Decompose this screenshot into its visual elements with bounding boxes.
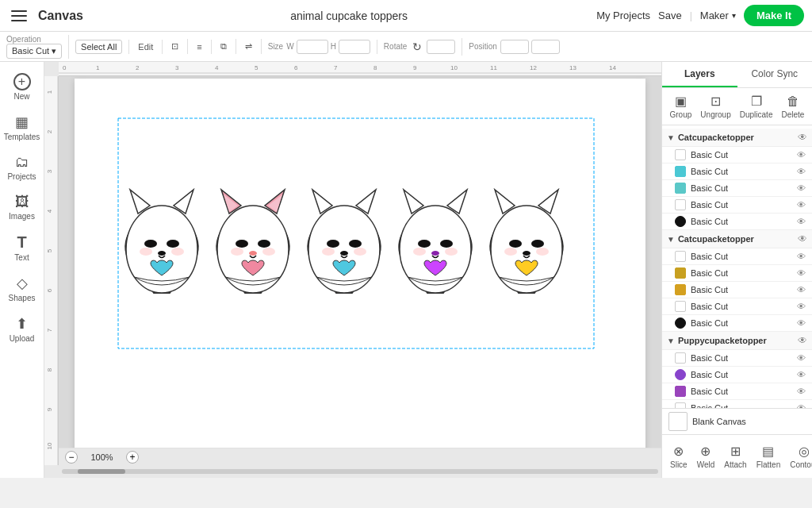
svg-text:8: 8 — [373, 64, 377, 71]
zoom-out-button[interactable]: − — [65, 451, 78, 464]
layer-item[interactable]: Basic Cut 👁 — [662, 383, 812, 400]
layer-color-swatch — [675, 149, 686, 160]
contour-button[interactable]: ◎ Contour — [785, 441, 812, 471]
ungroup-button[interactable]: ⊡ Ungroup — [698, 91, 733, 121]
horizontal-scrollbar[interactable] — [59, 465, 661, 478]
layer-eye-icon[interactable]: 👁 — [797, 183, 806, 193]
height-input[interactable] — [339, 40, 370, 54]
position-x-input[interactable] — [500, 40, 529, 54]
scrollbar-thumb[interactable] — [78, 469, 125, 474]
group-eye-1[interactable]: 👁 — [798, 132, 807, 143]
width-input[interactable] — [297, 40, 328, 54]
svg-point-46 — [231, 248, 243, 256]
svg-text:6: 6 — [294, 64, 298, 71]
layer-eye-icon[interactable]: 👁 — [797, 318, 806, 328]
maker-button[interactable]: Maker ▾ — [700, 10, 736, 21]
layer-item[interactable]: Basic Cut 👁 — [662, 248, 812, 265]
scrollbar-track — [62, 469, 658, 474]
edit-button[interactable]: Edit — [136, 40, 155, 54]
layer-eye-icon[interactable]: 👁 — [797, 150, 806, 160]
arrange-button[interactable]: ⧉ — [218, 39, 229, 54]
hamburger-menu[interactable] — [8, 5, 30, 27]
tab-layers[interactable]: Layers — [662, 62, 737, 87]
upload-icon: ⬆ — [16, 315, 28, 333]
svg-point-56 — [400, 206, 471, 293]
offset-button[interactable]: ⊡ — [169, 39, 181, 54]
layer-eye-icon[interactable]: 👁 — [797, 200, 806, 210]
svg-text:10: 10 — [450, 64, 458, 71]
sidebar-item-projects[interactable]: 🗂 Projects — [3, 149, 41, 186]
layer-eye-icon[interactable]: 👁 — [797, 302, 806, 311]
layer-eye-icon[interactable]: 👁 — [797, 353, 806, 363]
layer-item[interactable]: Basic Cut 👁 — [662, 197, 812, 214]
my-projects-button[interactable]: My Projects — [596, 10, 650, 21]
group-eye-2[interactable]: 👁 — [798, 233, 807, 244]
layer-eye-icon[interactable]: 👁 — [797, 285, 806, 294]
layer-eye-icon[interactable]: 👁 — [797, 252, 806, 261]
sidebar-item-new[interactable]: + New — [3, 68, 41, 106]
sidebar-item-shapes[interactable]: ◇ Shapes — [3, 270, 41, 307]
svg-text:11: 11 — [490, 64, 497, 71]
operation-dropdown[interactable]: Basic Cut ▾ — [6, 44, 62, 59]
ruler-left-svg: 1 2 3 4 5 6 7 8 9 10 — [44, 76, 59, 465]
select-all-button[interactable]: Select All — [75, 40, 122, 54]
flatten-button[interactable]: ▤ Flatten — [752, 441, 786, 471]
weld-icon: ⊕ — [700, 444, 710, 459]
layer-eye-icon[interactable]: 👁 — [797, 167, 806, 176]
layer-item[interactable]: Basic Cut 👁 — [662, 180, 812, 197]
sidebar-item-upload[interactable]: ⬆ Upload — [3, 310, 41, 348]
layer-group-catcupacketopper-1[interactable]: ▼ Catcupacketopper 👁 — [662, 129, 812, 147]
group-button[interactable]: ▣ Group — [668, 91, 695, 121]
attach-button[interactable]: ⊞ Attach — [719, 441, 751, 471]
svg-text:3: 3 — [175, 64, 179, 71]
layer-item[interactable]: Basic Cut 👁 — [662, 282, 812, 298]
images-icon: 🖼 — [15, 194, 29, 210]
sidebar-item-images[interactable]: 🖼 Images — [3, 189, 41, 225]
layer-item[interactable]: Basic Cut 👁 — [662, 367, 812, 383]
svg-text:8: 8 — [46, 368, 53, 371]
canvas-container[interactable] — [59, 76, 661, 462]
weld-button[interactable]: ⊕ Weld — [692, 441, 720, 471]
flip-button[interactable]: ⇌ — [243, 39, 255, 54]
sidebar-item-templates[interactable]: ▦ Templates — [3, 109, 41, 146]
layer-item[interactable]: Basic Cut 👁 — [662, 350, 812, 367]
svg-point-48 — [308, 206, 380, 293]
slice-button[interactable]: ⊗ Slice — [665, 441, 692, 471]
group-arrow-3: ▼ — [667, 337, 675, 345]
rotate-input[interactable] — [427, 40, 455, 54]
canvas-white[interactable] — [75, 79, 645, 460]
delete-button[interactable]: 🗑 Delete — [779, 92, 807, 121]
layer-item[interactable]: Basic Cut 👁 — [662, 298, 812, 315]
layer-group-puppycupacketopper[interactable]: ▼ Puppycupacketopper 👁 — [662, 332, 812, 350]
duplicate-button[interactable]: ❐ Duplicate — [737, 91, 776, 121]
layer-color-swatch — [675, 318, 686, 329]
svg-text:9: 9 — [413, 64, 417, 71]
layer-item[interactable]: Basic Cut 👁 — [662, 315, 812, 332]
svg-point-45 — [249, 251, 257, 256]
layer-eye-icon[interactable]: 👁 — [797, 217, 806, 226]
layer-eye-icon[interactable]: 👁 — [797, 370, 806, 379]
sidebar-item-text[interactable]: T Text — [3, 229, 41, 267]
tab-color-sync[interactable]: Color Sync — [737, 62, 813, 87]
canvas-area[interactable]: 0 1 2 3 4 5 6 7 8 9 10 11 12 13 14 — [44, 62, 661, 478]
layer-item[interactable]: Basic Cut 👁 — [662, 265, 812, 282]
position-y-input[interactable] — [531, 40, 560, 54]
layer-item[interactable]: Basic Cut 👁 — [662, 164, 812, 180]
layer-item[interactable]: Basic Cut 👁 — [662, 400, 812, 408]
layer-group-catcupacketopper-2[interactable]: ▼ Catcupacketopper 👁 — [662, 230, 812, 248]
layer-eye-icon[interactable]: 👁 — [797, 387, 806, 396]
svg-point-37 — [171, 248, 184, 256]
svg-point-71 — [536, 248, 549, 256]
main-area: + New ▦ Templates 🗂 Projects 🖼 Images T … — [0, 62, 812, 478]
layer-item[interactable]: Basic Cut 👁 — [662, 214, 812, 230]
layer-item[interactable]: Basic Cut 👁 — [662, 147, 812, 164]
align-button[interactable]: ≡ — [194, 40, 204, 54]
layer-eye-icon[interactable]: 👁 — [797, 268, 806, 278]
chevron-down-icon: ▾ — [52, 46, 56, 56]
sidebar-label-text: Text — [14, 253, 29, 262]
make-it-button[interactable]: Make It — [744, 5, 804, 26]
rotate-icon[interactable]: ↻ — [410, 38, 424, 56]
zoom-in-button[interactable]: + — [126, 451, 139, 464]
group-eye-3[interactable]: 👁 — [798, 335, 807, 346]
save-button[interactable]: Save — [658, 10, 682, 21]
